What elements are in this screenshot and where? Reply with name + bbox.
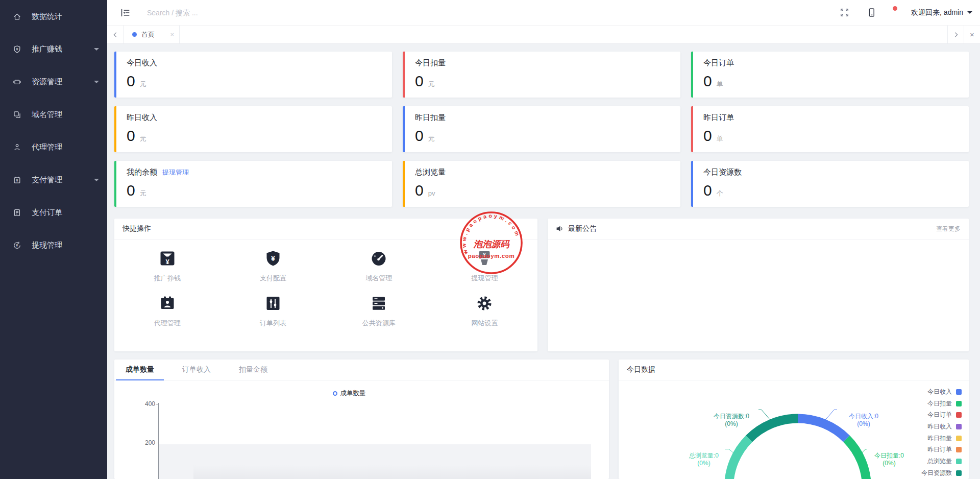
legend-label: 今日订单 bbox=[927, 411, 952, 419]
callout-text: 总浏览量:0 bbox=[685, 452, 723, 460]
legend-label: 昨日订单 bbox=[927, 445, 952, 454]
tab-close-icon[interactable]: × bbox=[170, 31, 174, 38]
quick-action-label: 支付配置 bbox=[260, 274, 286, 283]
quick-action-5[interactable]: 代理管理 bbox=[114, 294, 220, 339]
quick-action-4[interactable]: ¥提现管理 bbox=[432, 249, 537, 294]
tab-home[interactable]: 首页 × bbox=[124, 26, 180, 43]
legend-swatch-icon bbox=[956, 436, 962, 441]
line-chart-legend[interactable]: 成单数量 bbox=[114, 389, 584, 398]
y-tick-mark bbox=[156, 404, 158, 404]
donut-legend-item-8[interactable]: 今日资源数 bbox=[921, 470, 962, 476]
sidebar-item-3[interactable]: 资源管理 bbox=[0, 65, 107, 98]
quick-action-2[interactable]: ¥支付配置 bbox=[220, 249, 326, 294]
card-title: 总浏览量 bbox=[415, 167, 446, 177]
donut-legend-item-2[interactable]: 今日扣量 bbox=[921, 400, 962, 407]
sidebar-item-2[interactable]: ¥推广赚钱 bbox=[0, 33, 107, 65]
plot-band-shade bbox=[193, 465, 591, 479]
chart-tab-label: 订单收入 bbox=[182, 365, 211, 374]
legend-swatch-icon bbox=[956, 401, 962, 406]
card-withdraw-link[interactable]: 提现管理 bbox=[162, 168, 189, 177]
card-title: 我的余额 bbox=[127, 167, 157, 177]
quick-action-7[interactable]: 公共资源库 bbox=[326, 294, 432, 339]
user-menu[interactable]: 欢迎回来, admin bbox=[911, 8, 972, 17]
stat-card-1: 今日收入0元 bbox=[114, 52, 392, 98]
legend-label: 昨日收入 bbox=[927, 422, 952, 431]
callout-percent: (0%) bbox=[685, 460, 723, 467]
announcement-panel: 最新公告 查看更多 bbox=[548, 219, 969, 351]
callout-percent: (0%) bbox=[869, 460, 910, 467]
server-icon bbox=[370, 295, 387, 314]
chart-tab-3[interactable]: 扣量金额 bbox=[229, 360, 277, 380]
payment-icon: ¥ bbox=[13, 176, 21, 184]
gear-icon bbox=[476, 295, 493, 314]
sidebar-item-label: 支付管理 bbox=[32, 175, 62, 185]
fold-menu-icon[interactable] bbox=[120, 8, 131, 18]
tabs-scroll-right-button[interactable] bbox=[947, 26, 964, 43]
donut-callout-3: 总浏览量:0(0%) bbox=[685, 452, 723, 467]
callout-percent: (0%) bbox=[704, 420, 758, 428]
svg-text:¥: ¥ bbox=[165, 258, 169, 266]
quick-action-3[interactable]: 域名管理 bbox=[326, 249, 432, 294]
sidebar-item-6[interactable]: ¥支付管理 bbox=[0, 163, 107, 196]
home-icon bbox=[13, 12, 21, 21]
quick-action-label: 公共资源库 bbox=[362, 319, 396, 328]
quick-action-1[interactable]: ¥推广挣钱 bbox=[114, 249, 220, 294]
order-chart-area: 成单数量 400 200 bbox=[114, 380, 609, 479]
card-title: 昨日收入 bbox=[127, 113, 157, 123]
legend-label: 今日收入 bbox=[927, 388, 952, 396]
card-unit: 元 bbox=[428, 80, 435, 89]
sidebar-item-label: 数据统计 bbox=[32, 12, 62, 21]
donut-legend-item-3[interactable]: 今日订单 bbox=[921, 412, 962, 418]
legend-swatch-icon bbox=[956, 470, 962, 476]
svg-text:¥: ¥ bbox=[483, 252, 486, 258]
quick-action-6[interactable]: 订单列表 bbox=[220, 294, 326, 339]
tabbar-spacer bbox=[180, 26, 947, 43]
today-data-panel: 今日数据 今日收入今日扣量今日订单昨日收入昨日扣量昨日订单总浏览量今日资源数 今… bbox=[619, 360, 969, 479]
donut-legend-item-6[interactable]: 昨日订单 bbox=[921, 446, 962, 453]
card-value: 0 bbox=[127, 182, 135, 199]
y-tick-200: 200 bbox=[130, 439, 155, 446]
stat-card-5: 昨日扣量0元 bbox=[403, 106, 680, 152]
sidebar-item-1[interactable]: 数据统计 bbox=[0, 0, 107, 33]
agent-icon bbox=[13, 143, 21, 152]
chart-tab-label: 扣量金额 bbox=[239, 365, 267, 374]
legend-swatch-icon bbox=[956, 389, 962, 395]
sidebar-item-4[interactable]: 域名管理 bbox=[0, 98, 107, 131]
sidebar-item-label: 提现管理 bbox=[32, 241, 62, 250]
donut-legend-item-1[interactable]: 今日收入 bbox=[921, 389, 962, 395]
search-input[interactable] bbox=[146, 8, 503, 17]
card-title: 今日收入 bbox=[127, 58, 157, 68]
donut-legend-item-5[interactable]: 昨日扣量 bbox=[921, 435, 962, 442]
legend-swatch-icon bbox=[956, 412, 962, 418]
mobile-icon[interactable] bbox=[867, 8, 876, 17]
quick-action-label: 订单列表 bbox=[260, 319, 286, 328]
id-badge-icon bbox=[159, 295, 176, 314]
fullscreen-icon[interactable] bbox=[840, 8, 849, 17]
sidebar-item-8[interactable]: ¥提现管理 bbox=[0, 229, 107, 261]
sidebar-item-label: 支付订单 bbox=[32, 208, 62, 218]
card-unit: 单 bbox=[717, 80, 723, 89]
tabs-scroll-left-button[interactable] bbox=[107, 26, 124, 43]
view-more-link[interactable]: 查看更多 bbox=[936, 225, 961, 233]
donut-label-line bbox=[758, 410, 771, 421]
gauge-icon bbox=[370, 250, 387, 269]
card-value: 0 bbox=[703, 127, 712, 145]
caret-down-icon bbox=[94, 179, 99, 181]
stat-card-2: 今日扣量0元 bbox=[403, 52, 680, 98]
card-title: 昨日订单 bbox=[703, 113, 734, 123]
chart-tab-2[interactable]: 订单收入 bbox=[173, 360, 220, 380]
chart-tab-1[interactable]: 成单数量 bbox=[116, 360, 164, 380]
stat-cards-grid: 今日收入0元今日扣量0元今日订单0单昨日收入0元昨日扣量0元昨日订单0单我的余额… bbox=[114, 52, 969, 207]
chart-tab-label: 成单数量 bbox=[126, 365, 154, 374]
quick-actions-header: 快捷操作 bbox=[114, 219, 537, 240]
tabs-close-all-button[interactable]: × bbox=[964, 26, 980, 43]
quick-action-8[interactable]: 网站设置 bbox=[432, 294, 537, 339]
quick-actions-panel: 快捷操作 ¥推广挣钱¥支付配置域名管理¥提现管理代理管理订单列表公共资源库网站设… bbox=[114, 219, 537, 351]
donut-legend-item-4[interactable]: 昨日收入 bbox=[921, 423, 962, 430]
active-tab-dot-icon bbox=[132, 32, 137, 37]
quick-action-label: 网站设置 bbox=[471, 319, 498, 328]
legend-label: 今日扣量 bbox=[927, 399, 952, 408]
donut-legend-item-7[interactable]: 总浏览量 bbox=[921, 458, 962, 465]
sidebar-item-7[interactable]: 支付订单 bbox=[0, 196, 107, 229]
sidebar-item-5[interactable]: 代理管理 bbox=[0, 131, 107, 163]
